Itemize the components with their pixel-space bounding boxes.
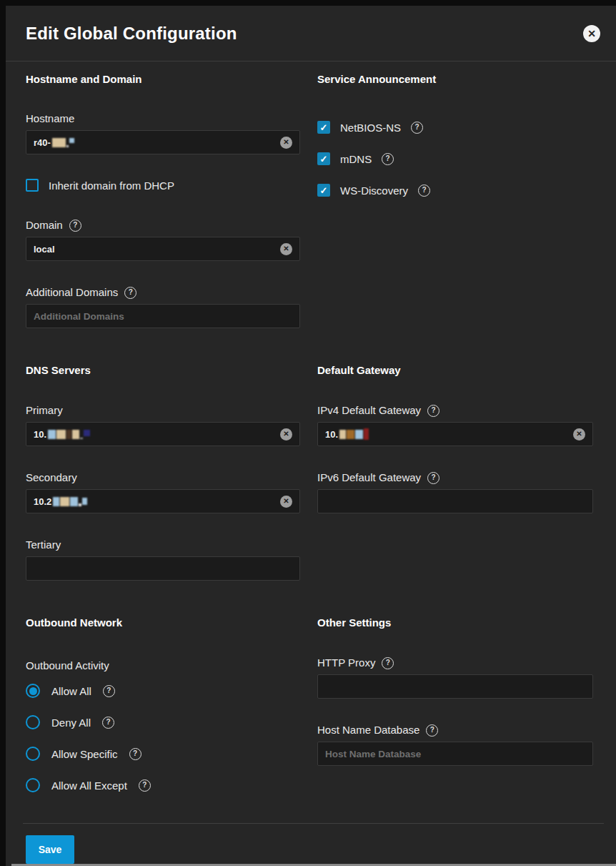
- help-icon[interactable]: ?: [102, 717, 114, 729]
- host-name-database-label: Host Name Database ?: [317, 723, 593, 737]
- host-name-database-placeholder: Host Name Database: [325, 749, 421, 759]
- primary-dns-input[interactable]: 10. ✕: [26, 422, 300, 446]
- section-title-hostname-and-domain: Hostname and Domain: [26, 72, 300, 87]
- help-icon[interactable]: ?: [124, 287, 136, 299]
- radio-icon[interactable]: [26, 747, 40, 761]
- help-icon[interactable]: ?: [382, 657, 394, 669]
- outbound-activity-label-text: Outbound Activity: [26, 659, 109, 673]
- domain-value: local: [34, 244, 55, 255]
- netbios-ns-label: NetBIOS-NS: [340, 122, 401, 134]
- section-service-announcement: Service Announcement ✓ NetBIOS-NS ? ✓ mD…: [317, 72, 593, 363]
- ipv4-gateway-value: 10.: [325, 429, 338, 440]
- primary-dns-label-text: Primary: [26, 403, 63, 418]
- row-hostname-service: Hostname and Domain Hostname r40- ✕: [26, 61, 595, 363]
- section-title-default-gateway: Default Gateway: [317, 363, 593, 378]
- domain-input[interactable]: local ✕: [26, 237, 300, 261]
- footer-divider: [23, 823, 604, 824]
- save-button[interactable]: Save: [26, 835, 74, 864]
- clear-icon[interactable]: ✕: [280, 496, 292, 508]
- ipv4-gateway-input[interactable]: 10. ✕: [317, 422, 593, 446]
- radio-selected-icon[interactable]: [26, 684, 40, 698]
- inherit-domain-label: Inherit domain from DHCP: [49, 179, 174, 192]
- hostname-field-group: Hostname r40- ✕: [26, 112, 300, 154]
- radio-icon[interactable]: [26, 778, 40, 792]
- checkbox-checked-icon[interactable]: ✓: [317, 152, 330, 165]
- mdns-checkbox-row[interactable]: ✓ mDNS ?: [317, 152, 593, 165]
- redacted-text: [339, 428, 369, 440]
- http-proxy-label: HTTP Proxy ?: [317, 656, 593, 670]
- radio-allow-all-except[interactable]: Allow All Except ?: [26, 777, 300, 794]
- secondary-dns-value: 10.2: [34, 496, 51, 507]
- allow-specific-label: Allow Specific: [51, 748, 118, 760]
- help-icon[interactable]: ?: [139, 779, 151, 792]
- host-name-database-label-text: Host Name Database: [317, 723, 419, 737]
- tertiary-dns-field-group: Tertiary: [26, 538, 300, 581]
- primary-dns-label: Primary: [26, 403, 300, 418]
- screen: Edit Global Configuration ✕ Hostname and…: [0, 0, 616, 866]
- section-hostname-and-domain: Hostname and Domain Hostname r40- ✕: [26, 72, 300, 363]
- help-icon[interactable]: ?: [382, 153, 394, 165]
- ipv4-gateway-label: IPv4 Default Gateway ?: [317, 403, 593, 418]
- secondary-dns-label: Secondary: [26, 471, 300, 485]
- section-other-settings: Other Settings HTTP Proxy ? Host Name Da…: [317, 616, 593, 823]
- redacted-text: [53, 497, 87, 506]
- tertiary-dns-label: Tertiary: [26, 538, 300, 552]
- help-icon[interactable]: ?: [426, 724, 438, 737]
- hostname-input[interactable]: r40- ✕: [26, 130, 300, 154]
- redacted-text: [48, 430, 90, 439]
- tertiary-dns-input[interactable]: [26, 556, 300, 581]
- inherit-domain-checkbox-row[interactable]: Inherit domain from DHCP: [26, 179, 300, 192]
- radio-deny-all[interactable]: Deny All ?: [26, 714, 300, 731]
- help-icon[interactable]: ?: [427, 472, 439, 484]
- ipv6-gateway-label: IPv6 Default Gateway ?: [317, 471, 593, 485]
- help-icon[interactable]: ?: [69, 220, 81, 232]
- clear-icon[interactable]: ✕: [280, 428, 292, 441]
- section-default-gateway: Default Gateway IPv4 Default Gateway ? 1…: [317, 363, 593, 616]
- section-title-dns-servers: DNS Servers: [26, 363, 300, 378]
- hostname-value: r40-: [34, 137, 51, 148]
- http-proxy-input[interactable]: [317, 674, 593, 699]
- checkbox-checked-icon[interactable]: ✓: [317, 184, 330, 197]
- hostname-label-text: Hostname: [26, 112, 74, 126]
- ws-discovery-label: WS-Discovery: [340, 184, 408, 197]
- help-icon[interactable]: ?: [103, 685, 115, 697]
- radio-allow-specific[interactable]: Allow Specific ?: [26, 745, 300, 762]
- domain-field-group: Domain ? local ✕: [26, 218, 300, 261]
- dialog-header: Edit Global Configuration ✕: [6, 6, 616, 61]
- allow-all-label: Allow All: [51, 685, 91, 697]
- section-dns-servers: DNS Servers Primary 10. ✕ Sec: [26, 363, 300, 616]
- clear-icon[interactable]: ✕: [280, 243, 292, 255]
- checkbox-checked-icon[interactable]: ✓: [317, 121, 330, 134]
- edit-global-configuration-dialog: Edit Global Configuration ✕ Hostname and…: [6, 6, 616, 866]
- help-icon[interactable]: ?: [418, 184, 430, 197]
- help-icon[interactable]: ?: [411, 122, 423, 134]
- help-icon[interactable]: ?: [129, 748, 141, 760]
- dialog-title: Edit Global Configuration: [26, 24, 237, 44]
- tertiary-dns-label-text: Tertiary: [26, 538, 61, 552]
- clear-icon[interactable]: ✕: [573, 428, 585, 441]
- checkbox-unchecked-icon[interactable]: [26, 179, 39, 192]
- host-name-database-input[interactable]: Host Name Database: [317, 742, 593, 766]
- ws-discovery-checkbox-row[interactable]: ✓ WS-Discovery ?: [317, 184, 593, 197]
- help-icon[interactable]: ?: [427, 405, 439, 417]
- close-icon[interactable]: ✕: [583, 25, 600, 42]
- dialog-content: Hostname and Domain Hostname r40- ✕: [6, 61, 616, 864]
- netbios-ns-checkbox-row[interactable]: ✓ NetBIOS-NS ?: [317, 121, 593, 134]
- radio-allow-all[interactable]: Allow All ?: [26, 682, 300, 699]
- outbound-activity-label: Outbound Activity: [26, 659, 300, 673]
- clear-icon[interactable]: ✕: [280, 137, 292, 149]
- additional-domains-label-text: Additional Domains: [26, 285, 118, 300]
- section-title-other-settings: Other Settings: [317, 616, 593, 630]
- ipv6-gateway-input[interactable]: [317, 489, 593, 513]
- section-title-service-announcement: Service Announcement: [317, 72, 593, 87]
- section-outbound-network: Outbound Network Outbound Activity Allow…: [26, 616, 300, 823]
- additional-domains-placeholder: Additional Domains: [34, 311, 124, 322]
- primary-dns-field-group: Primary 10. ✕: [26, 403, 300, 446]
- additional-domains-input[interactable]: Additional Domains: [26, 304, 300, 328]
- radio-icon[interactable]: [26, 715, 40, 729]
- secondary-dns-label-text: Secondary: [26, 471, 77, 485]
- secondary-dns-input[interactable]: 10.2 ✕: [26, 489, 300, 513]
- http-proxy-field-group: HTTP Proxy ?: [317, 656, 593, 699]
- ipv4-gateway-field-group: IPv4 Default Gateway ? 10. ✕: [317, 403, 593, 446]
- host-name-database-field-group: Host Name Database ? Host Name Database: [317, 723, 593, 766]
